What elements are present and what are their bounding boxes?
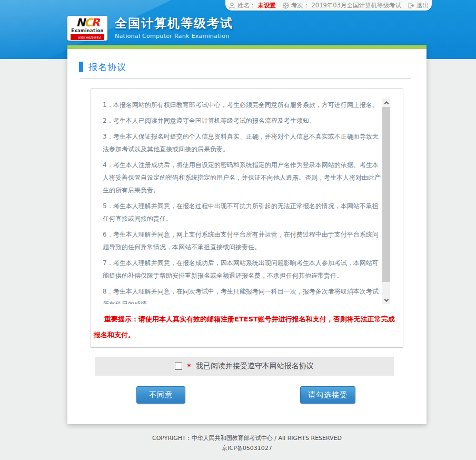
exam-session-icon xyxy=(282,2,289,9)
logo-badge-caption-bar: 全国计算机等级考试 xyxy=(71,34,104,40)
session-value: 2019年03月全国计算机等级考试 xyxy=(312,2,401,9)
page-title-marker xyxy=(79,62,83,72)
accept-agreement-bar: * 我已阅读并接受遵守本网站报名协议 xyxy=(95,357,394,376)
agreement-box: 1．本报名网站的所有权归教育部考试中心，考生必须完全同意所有服务条款，方可进行网… xyxy=(91,89,403,348)
page-title-row: 报名协议 xyxy=(79,62,427,72)
main-panel: 报名协议 1．本报名网站的所有权归教育部考试中心，考生必须完全同意所有服务条款，… xyxy=(67,45,427,424)
name-label: 姓名： xyxy=(237,2,256,9)
footer-copyright: COPYRIGHT：中华人民共和国教育部考试中心 / All RIGHTS RE… xyxy=(67,433,427,443)
green-stripe-divider xyxy=(67,45,427,49)
user-topbar: 姓名： 未设置 考次： 2019年03月全国计算机等级考试 退出 xyxy=(225,0,432,11)
agree-checkbox-label: 我已阅读并接受遵守本网站报名协议 xyxy=(196,361,314,371)
scroll-thumb[interactable] xyxy=(382,107,390,282)
footer-icp: 京ICP备05031027 xyxy=(67,443,427,453)
site-title-block: 全国计算机等级考试 National Computer Rank Examina… xyxy=(115,17,233,39)
required-asterisk: * xyxy=(187,362,191,370)
logout-button[interactable]: 退出 xyxy=(408,2,429,9)
ncr-logo: NCR Examination 全国计算机等级考试 xyxy=(67,16,107,41)
button-row: 不同意 请勾选接受 xyxy=(136,386,355,404)
ncr-letters: NCR xyxy=(76,17,98,28)
agree-checkbox[interactable] xyxy=(175,363,182,370)
logo-examination-text: Examination xyxy=(71,28,103,34)
site-brand: NCR Examination 全国计算机等级考试 全国计算机等级考试 Nati… xyxy=(67,16,233,41)
logout-icon xyxy=(408,2,414,9)
user-name-group: 姓名： 未设置 xyxy=(229,2,276,9)
user-icon xyxy=(229,2,235,9)
exam-session-group: 考次： 2019年03月全国计算机等级考试 xyxy=(282,2,401,9)
agreement-item: 7．考生本人理解并同意，在报名成功后，因本网站系统出现问题影响考生本人参加考试，… xyxy=(103,257,383,282)
agreement-item: 5．考生本人理解并同意，在报名过程中出现不可抗力所引起的无法正常报名的情况，本网… xyxy=(103,200,383,225)
page-title: 报名协议 xyxy=(88,61,126,73)
logout-label: 退出 xyxy=(417,2,429,9)
chevron-up-icon xyxy=(384,101,388,105)
scroll-up-button[interactable] xyxy=(382,99,390,106)
agreement-item: 8．考生本人理解并同意，在同次考试中，考生只能报考同一科目一次，报考多次者将取消… xyxy=(103,285,383,304)
scrollbar[interactable] xyxy=(382,99,390,304)
session-label: 考次： xyxy=(291,2,310,9)
accept-button[interactable]: 请勾选接受 xyxy=(300,386,355,404)
page: 姓名： 未设置 考次： 2019年03月全国计算机等级考试 退出 NCR Exa… xyxy=(0,0,476,460)
site-subtitle: National Computer Rank Examination xyxy=(115,33,233,40)
name-value: 未设置 xyxy=(258,2,276,9)
agreement-item: 1．本报名网站的所有权归教育部考试中心，考生必须完全同意所有服务条款，方可进行网… xyxy=(103,99,383,111)
agreement-item: 3．考生本人保证报名时提交的个人信息资料真实、正确，并将对个人信息不真实或不正确… xyxy=(103,130,383,155)
agreement-item: 6．考生本人理解并同意，网上支付系统由支付平台所有并运营，在付费过程中由于支付平… xyxy=(103,228,383,253)
title-divider xyxy=(80,79,411,79)
logo-badge-caption: 全国计算机等级考试 xyxy=(78,36,102,39)
panel-body: 报名协议 1．本报名网站的所有权归教育部考试中心，考生必须完全同意所有服务条款，… xyxy=(67,49,427,424)
disagree-button[interactable]: 不同意 xyxy=(136,386,185,404)
warning-text: 重要提示：请使用本人真实有效的邮箱注册ETEST账号并进行报名和支付，否则将无法… xyxy=(94,311,399,343)
agreement-text: 1．本报名网站的所有权归教育部考试中心，考生必须完全同意所有服务条款，方可进行网… xyxy=(103,99,383,304)
chevron-down-icon xyxy=(384,297,388,301)
agreement-item: 4．考生本人注册成功后，将使用自设定的密码和系统指定的用户名作为登录本网站的依据… xyxy=(103,159,383,197)
site-title: 全国计算机等级考试 xyxy=(115,17,233,30)
footer: COPYRIGHT：中华人民共和国教育部考试中心 / All RIGHTS RE… xyxy=(67,433,427,453)
scroll-down-button[interactable] xyxy=(382,296,390,304)
agreement-item: 2．考生本人已阅读并同意遵守全国计算机等级考试的报名流程及考生须知。 xyxy=(103,114,383,127)
